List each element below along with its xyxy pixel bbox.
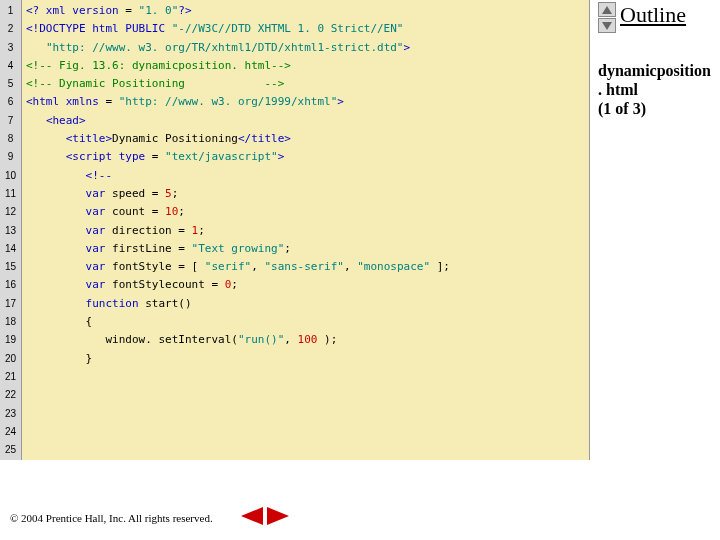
code-line: <title>Dynamic Positioning</title> [26, 130, 585, 148]
outline-up-button[interactable] [598, 2, 616, 17]
code-line: <!-- Fig. 13.6: dynamicposition. html--> [26, 57, 585, 75]
code-line: var direction = 1; [26, 222, 585, 240]
svg-marker-1 [602, 22, 612, 30]
line-number: 6 [0, 93, 21, 111]
line-number: 16 [0, 276, 21, 294]
caption-line-3: (1 of 3) [598, 99, 712, 118]
sidebar: Outline dynamicposition . html (1 of 3) [590, 0, 720, 460]
line-number: 13 [0, 222, 21, 240]
outline-down-button[interactable] [598, 18, 616, 33]
code-line: <? xml version = "1. 0"?> [26, 2, 585, 20]
line-number: 23 [0, 405, 21, 423]
code-line: { [26, 313, 585, 331]
svg-marker-3 [267, 507, 289, 525]
code-line: var fontStylecount = 0; [26, 276, 585, 294]
caption-line-2: . html [598, 80, 712, 99]
footer: © 2004 Prentice Hall, Inc. All rights re… [10, 512, 213, 524]
line-number: 4 [0, 57, 21, 75]
line-number: 14 [0, 240, 21, 258]
code-line: var fontStyle = [ "serif", "sans-serif",… [26, 258, 585, 276]
line-number: 1 [0, 2, 21, 20]
prev-slide-button[interactable] [240, 506, 264, 526]
line-number: 24 [0, 423, 21, 441]
caption-line-1: dynamicposition [598, 61, 712, 80]
line-number: 15 [0, 258, 21, 276]
line-number: 11 [0, 185, 21, 203]
line-number: 2 [0, 20, 21, 38]
code-line: window. setInterval("run()", 100 ); [26, 331, 585, 349]
code-line: function start() [26, 295, 585, 313]
line-gutter: 1234567891011121314151617181920212223242… [0, 0, 22, 460]
line-number: 5 [0, 75, 21, 93]
line-number: 17 [0, 295, 21, 313]
code-line: <html xmlns = "http: //www. w3. org/1999… [26, 93, 585, 111]
code-area: 1234567891011121314151617181920212223242… [0, 0, 590, 460]
line-number: 10 [0, 167, 21, 185]
line-number: 21 [0, 368, 21, 386]
line-number: 20 [0, 350, 21, 368]
line-number: 7 [0, 112, 21, 130]
line-number: 3 [0, 39, 21, 57]
outline-title: Outline [620, 2, 686, 28]
code-line: } [26, 350, 585, 368]
next-slide-button[interactable] [266, 506, 290, 526]
slide-caption: dynamicposition . html (1 of 3) [598, 61, 712, 119]
code-line: var count = 10; [26, 203, 585, 221]
line-number: 12 [0, 203, 21, 221]
line-number: 9 [0, 148, 21, 166]
code-line: var firstLine = "Text growing"; [26, 240, 585, 258]
code-line: "http: //www. w3. org/TR/xhtml1/DTD/xhtm… [26, 39, 585, 57]
line-number: 25 [0, 441, 21, 459]
code-line: <!-- [26, 167, 585, 185]
line-number: 18 [0, 313, 21, 331]
copyright-text: © 2004 Prentice Hall, Inc. All rights re… [10, 512, 213, 524]
svg-marker-2 [241, 507, 263, 525]
code-line: <head> [26, 112, 585, 130]
code-line: <!-- Dynamic Positioning --> [26, 75, 585, 93]
code-line: var speed = 5; [26, 185, 585, 203]
svg-marker-0 [602, 6, 612, 14]
code-content: <? xml version = "1. 0"?><!DOCTYPE html … [22, 0, 589, 460]
code-line: <!DOCTYPE html PUBLIC "-//W3C//DTD XHTML… [26, 20, 585, 38]
line-number: 8 [0, 130, 21, 148]
line-number: 22 [0, 386, 21, 404]
code-line: <script type = "text/javascript"> [26, 148, 585, 166]
line-number: 19 [0, 331, 21, 349]
